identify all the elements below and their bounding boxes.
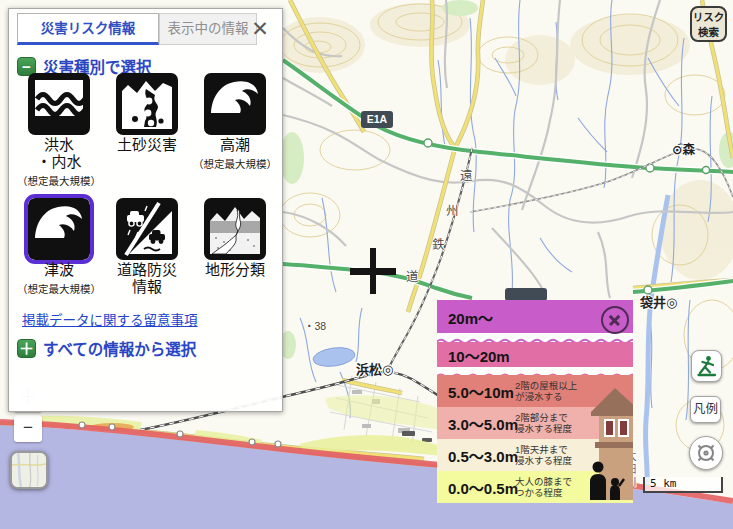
compass-icon: [694, 441, 718, 465]
flood-icon: [28, 73, 90, 135]
legend-value: 5.0～10m: [448, 381, 514, 402]
tile-storm-surge[interactable]: 高潮 （想定最大規模）: [191, 73, 279, 188]
legend-desc: 1階天井まで浸水する程度: [515, 444, 589, 467]
legend-toggle-button[interactable]: 凡例: [690, 396, 721, 423]
disaster-risk-panel: 災害リスク情報 表示中の情報 ✕ − 災害種別で選択 洪水 ・内水 （想定最大規…: [8, 8, 283, 412]
tile-note: （想定最大規模）: [17, 173, 101, 188]
running-person-icon: [695, 354, 719, 378]
map-scale-bar: 5 km: [643, 477, 723, 493]
tile-landslide[interactable]: 土砂災害: [103, 73, 191, 188]
tab-disaster-risk-info[interactable]: 災害リスク情報: [17, 13, 159, 45]
legend-desc: 2階の屋根以上が浸水する: [515, 380, 589, 403]
risk-search-button[interactable]: リスク 検索: [690, 6, 727, 42]
road-disaster-icon: [116, 198, 178, 260]
minimap-thumbnail: [12, 453, 46, 487]
legend-close-icon[interactable]: [601, 306, 629, 334]
close-icon[interactable]: ✕: [248, 17, 272, 41]
section-title: すべての情報から選択: [43, 337, 196, 359]
data-notes-link[interactable]: 掲載データに関する留意事項: [22, 309, 198, 329]
tile-label: 津波: [44, 261, 74, 278]
minimap-button[interactable]: [10, 451, 48, 489]
tile-flood[interactable]: 洪水 ・内水 （想定最大規模）: [15, 73, 103, 188]
legend-row: 5.0～10m 2階の屋根以上が浸水する: [437, 375, 633, 407]
tile-label: 高潮: [220, 136, 250, 153]
zoom-out-button[interactable]: −: [14, 415, 42, 442]
wave-separator: [437, 333, 633, 342]
tab-displayed-info[interactable]: 表示中の情報: [159, 13, 257, 45]
legend-value: 3.0～5.0m: [448, 413, 518, 434]
section-all-info: ＋ すべての情報から選択: [17, 337, 196, 359]
location-compass-button[interactable]: [689, 436, 723, 470]
tile-note: （想定最大規模）: [193, 156, 277, 171]
tile-label-2: 情報: [132, 278, 162, 295]
tile-label: 洪水: [44, 136, 74, 153]
tile-landform[interactable]: 地形分類: [191, 198, 279, 296]
legend-value: 20m～: [448, 306, 493, 327]
legend-value: 0.0～0.5m: [448, 477, 518, 498]
risk-search-label-2: 検索: [698, 26, 719, 38]
tile-road-disaster[interactable]: 道路防災 情報: [103, 198, 191, 296]
tsunami-icon: [24, 194, 94, 264]
wave-separator: [437, 367, 633, 375]
legend-row: 20m～: [437, 300, 633, 333]
expand-icon[interactable]: ＋: [17, 339, 36, 358]
tsunami-depth-legend: 20m～ 10～20m 5.0～10m 2階の屋根以上が浸水する 3.0～5.0…: [437, 300, 633, 503]
legend-desc: 大人の膝までつかる程度: [515, 476, 589, 499]
legend-row: 10～20m: [437, 342, 633, 367]
tile-label-2: ・内水: [36, 153, 81, 170]
tile-tsunami-selected[interactable]: 津波 （想定最大規模）: [15, 198, 103, 296]
storm-surge-icon: [204, 73, 266, 135]
legend-row: 3.0～5.0m 2階部分まで浸水する程度: [437, 407, 633, 439]
tile-label: 地形分類: [205, 261, 265, 278]
landform-icon: [204, 198, 266, 260]
risk-search-label: リスク: [693, 11, 725, 23]
evacuation-tool-button[interactable]: [691, 350, 722, 382]
tile-label: 道路防災: [117, 261, 177, 278]
legend-value: 0.5～3.0m: [448, 445, 518, 466]
landslide-icon: [116, 73, 178, 135]
hazard-map-app: E1A 浜松◎ 袋井◎ ⊙森 ・38 遠 州 鉄 道 太田川 ＋ − 災害リスク…: [0, 0, 733, 529]
tile-note: （想定最大規模）: [17, 281, 101, 296]
legend-row: 0.5～3.0m 1階天井まで浸水する程度: [437, 439, 633, 471]
legend-value: 10～20m: [448, 344, 510, 365]
legend-row: 0.0～0.5m 大人の膝までつかる程度: [437, 471, 633, 503]
legend-desc: 2階部分まで浸水する程度: [515, 412, 589, 435]
expressway-shield: E1A: [361, 111, 393, 128]
tile-label: 土砂災害: [117, 136, 177, 153]
